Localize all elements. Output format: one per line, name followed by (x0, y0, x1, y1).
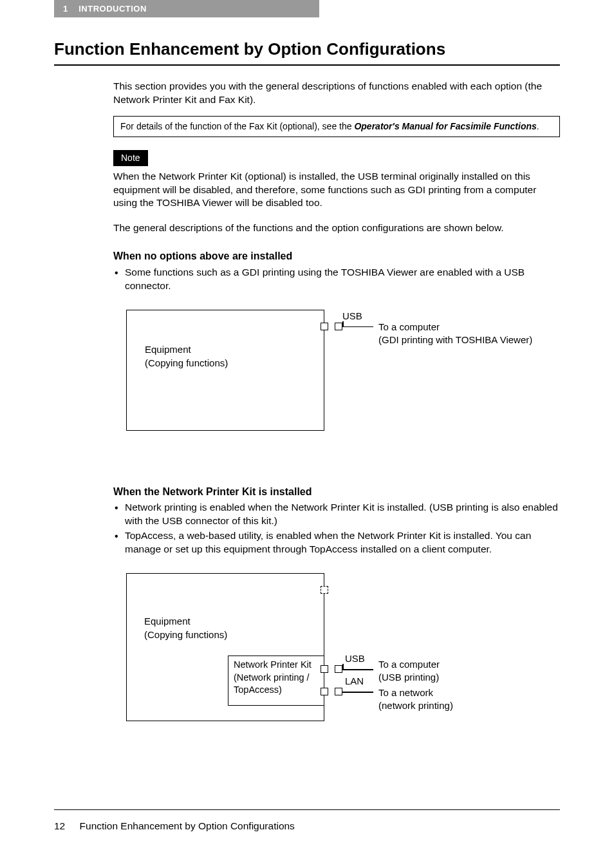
lan-right-text: To a network (network printing) (378, 686, 453, 713)
footer-rule (54, 809, 560, 810)
chapter-header: 1 INTRODUCTION (54, 0, 319, 17)
gdi-printing: (GDI printing with TOSHIBA Viewer) (378, 334, 532, 346)
section2-heading: When the Network Printer Kit is installe… (113, 485, 560, 499)
network-printing: (network printing) (378, 699, 453, 712)
section1-bullets: Some functions such as a GDI printing us… (113, 266, 560, 293)
note-badge: Note (113, 150, 148, 166)
page-title: Function Enhancement by Option Configura… (54, 39, 560, 66)
to-computer: To a computer (378, 321, 532, 334)
kit-usb-port-icon (321, 665, 328, 673)
to-computer-2: To a computer (378, 658, 440, 671)
equipment-label: Equipment (145, 343, 312, 356)
diagram-right-text: To a computer (GDI printing with TOSHIBA… (378, 321, 532, 347)
section1-heading: When no options above are installed (113, 249, 560, 263)
npk-line3: TopAccess) (234, 684, 319, 697)
info-suffix: . (537, 121, 539, 131)
equipment-box: Equipment (Copying functions) (126, 310, 324, 431)
usb-label-2: USB (345, 652, 365, 665)
npk-line2: (Network printing / (234, 672, 319, 684)
equipment-sublabel: (Copying functions) (144, 628, 227, 641)
section2-bullets: Network printing is enabled when the Net… (113, 501, 560, 556)
equipment-text-2: Equipment (Copying functions) (144, 614, 227, 641)
usb-printing: (USB printing) (378, 671, 440, 684)
usb-label: USB (342, 310, 362, 323)
diagram-1: Equipment (Copying functions) USB To a c… (113, 310, 560, 445)
body-section: This section provides you with the gener… (113, 80, 560, 734)
npk-line1: Network Printer Kit (234, 659, 319, 672)
connector-line (342, 326, 373, 328)
footer-title: Function Enhancement by Option Configura… (80, 820, 295, 831)
network-printer-kit-box: Network Printer Kit (Network printing / … (228, 656, 324, 706)
page-content: Function Enhancement by Option Configura… (0, 39, 614, 734)
usb-port-icon (321, 323, 328, 330)
intro-paragraph: This section provides you with the gener… (113, 80, 560, 107)
connector-line (342, 669, 373, 670)
page-footer: 12 Function Enhancement by Option Config… (54, 820, 295, 832)
info-prefix: For details of the function of the Fax K… (120, 121, 354, 131)
kit-lan-connector-icon (335, 688, 342, 695)
usb-right-text: To a computer (USB printing) (378, 658, 440, 684)
note-text: When the Network Printer Kit (optional) … (113, 170, 560, 211)
equipment-label: Equipment (144, 614, 227, 628)
chapter-title: INTRODUCTION (79, 4, 147, 14)
general-description: The general descriptions of the function… (113, 222, 560, 235)
connector-line-v (342, 664, 344, 669)
list-item: TopAccess, a web-based utility, is enabl… (113, 529, 560, 556)
info-manual-ref: Operator's Manual for Facsimile Function… (354, 121, 536, 131)
list-item: Network printing is enabled when the Net… (113, 501, 560, 528)
diagram-2: Equipment (Copying functions) Network Pr… (113, 573, 560, 734)
kit-usb-connector-icon (335, 665, 342, 673)
to-network: To a network (378, 686, 453, 699)
usb-connector-icon (335, 323, 342, 330)
disabled-usb-port-icon (321, 586, 328, 594)
kit-lan-port-icon (321, 688, 328, 695)
chapter-number: 1 (63, 4, 68, 14)
equipment-sublabel: (Copying functions) (145, 356, 312, 370)
info-box: For details of the function of the Fax K… (113, 116, 560, 137)
lan-label: LAN (345, 675, 364, 688)
connector-line (342, 692, 373, 693)
page-number: 12 (54, 820, 65, 832)
list-item: Some functions such as a GDI printing us… (113, 266, 560, 293)
